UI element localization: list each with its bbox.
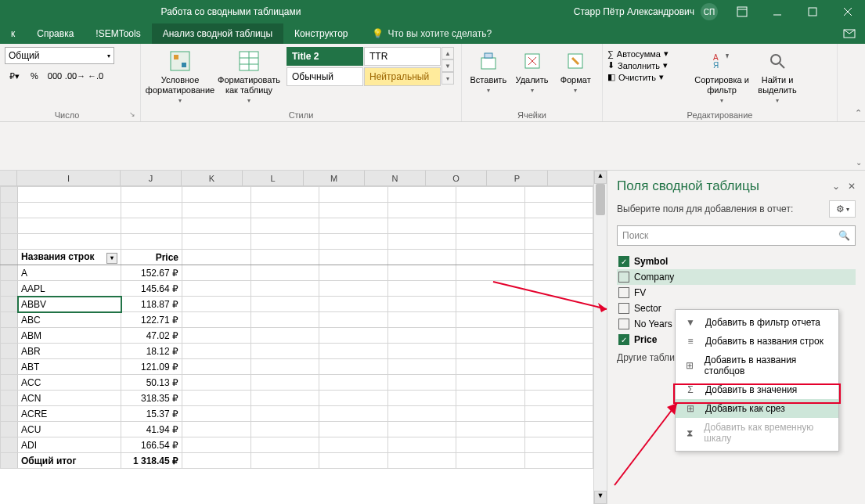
clear-button[interactable]: ◧Очистить ▾ (607, 72, 694, 82)
ctx-item[interactable]: ≡ Добавить в названия строк (676, 332, 838, 351)
scroll-up-button[interactable]: ▲ (594, 171, 607, 184)
pivot-row-label[interactable]: ABT (18, 359, 121, 375)
col-header-m[interactable]: M (304, 171, 365, 185)
delete-cells-button[interactable]: Удалить▾ (510, 47, 554, 95)
ctx-label: Добавить в названия столбцов (705, 355, 831, 376)
pivot-row-label[interactable]: ACU (18, 422, 121, 437)
scroll-thumb[interactable] (596, 184, 605, 215)
worksheet[interactable]: I J K L M N O P Названия строк▾ Price A … (0, 171, 593, 504)
percent-format-button[interactable]: % (25, 67, 44, 85)
style-title2[interactable]: Title 2 (287, 47, 363, 66)
accounting-format-button[interactable]: ₽▾ (5, 67, 23, 85)
col-header-p[interactable]: P (487, 171, 548, 185)
insert-icon (476, 49, 501, 74)
ctx-item[interactable]: ⊞ Добавить как срез (676, 399, 838, 418)
user-account[interactable]: Старр Пётр Александрович СП (574, 3, 724, 20)
pivot-row-label[interactable]: ABBV (18, 297, 121, 312)
col-header-n[interactable]: N (365, 171, 426, 185)
style-neutral[interactable]: Нейтральный (364, 67, 441, 86)
pivot-row-label[interactable]: ACN (18, 391, 121, 406)
eraser-icon: ◧ (607, 72, 615, 82)
conditional-formatting-button[interactable]: Условное форматирование▾ (146, 47, 214, 105)
ctx-item[interactable]: ▼ Добавить в фильтр отчета (676, 313, 838, 332)
field-search-input[interactable]: Поиск 🔍 (617, 225, 856, 246)
pivot-row-label[interactable]: ABC (18, 312, 121, 328)
number-format-combo[interactable]: Общий▾ (5, 47, 114, 64)
pane-layout-button[interactable]: ⚙▾ (829, 200, 856, 218)
checkbox-icon[interactable]: ✓ (618, 334, 629, 345)
checkbox-icon[interactable] (618, 287, 629, 298)
collapse-ribbon-icon[interactable]: ⌃ (855, 108, 862, 118)
checkbox-icon[interactable] (618, 303, 629, 314)
maximize-button[interactable] (795, 0, 830, 23)
autosum-button[interactable]: ∑Автосумма ▾ (607, 49, 694, 59)
ribbon: Общий▾ ₽▾ % 000 .00→ ←.0 Число↘ Условное… (0, 44, 865, 122)
ctx-item[interactable]: ⊞ Добавить в названия столбцов (676, 351, 838, 380)
field-item-symbol[interactable]: ✓ Symbol (617, 254, 856, 269)
pivot-row-label[interactable]: ACC (18, 375, 121, 391)
col-header-j[interactable]: J (121, 171, 182, 185)
decrease-decimal-button[interactable]: ←.0 (86, 67, 105, 85)
tab-semtools[interactable]: !SEMTools (85, 23, 151, 44)
ctx-item[interactable]: Σ Добавить в значения (676, 380, 838, 399)
pivot-row-label[interactable]: AAPL (18, 281, 121, 297)
checkbox-icon[interactable] (618, 319, 629, 329)
ctx-label: Добавить как временную шкалу (704, 422, 831, 444)
col-header-o[interactable]: O (426, 171, 487, 185)
close-button[interactable] (830, 0, 865, 23)
sort-filter-button[interactable]: АЯ Сортировка и фильтр▾ (694, 47, 750, 105)
scroll-down-button[interactable]: ▼ (594, 491, 607, 504)
col-header-i[interactable]: I (17, 171, 121, 185)
format-as-table-button[interactable]: Форматировать как таблицу▾ (214, 47, 283, 105)
style-ttr[interactable]: TTR (364, 47, 441, 66)
field-item-company[interactable]: Company (617, 269, 856, 285)
minimize-button[interactable] (759, 0, 795, 23)
formula-bar-area: ⌄ (0, 122, 865, 171)
pivot-row-labels-header[interactable]: Названия строк▾ (18, 250, 121, 265)
pivot-row-value: 166.54 ₽ (121, 437, 182, 453)
user-avatar: СП (701, 3, 718, 20)
tell-me-search[interactable]: 💡 Что вы хотите сделать? (359, 28, 492, 39)
style-normal[interactable]: Обычный (287, 67, 363, 86)
find-select-button[interactable]: Найти и выделить▾ (750, 47, 805, 105)
field-label: No Years (634, 319, 672, 329)
tab-help[interactable]: Справка (26, 23, 85, 44)
format-cells-button[interactable]: Формат▾ (553, 47, 597, 95)
filter-dropdown-icon[interactable]: ▾ (106, 253, 117, 264)
col-header-l[interactable]: L (243, 171, 304, 185)
tab-k[interactable]: к (0, 23, 26, 44)
tab-pivot-analyze[interactable]: Анализ сводной таблицы (152, 23, 283, 44)
pivot-row-label[interactable]: A (18, 265, 121, 281)
expand-formula-bar-icon[interactable]: ⌄ (856, 158, 862, 167)
insert-cells-button[interactable]: Вставить▾ (467, 47, 510, 95)
comma-format-button[interactable]: 000 (45, 67, 64, 85)
ctx-icon: ⊞ (683, 403, 697, 414)
number-launcher-icon[interactable]: ↘ (129, 110, 135, 118)
grid[interactable]: Названия строк▾ Price A 152.67 ₽ AAPL 14… (0, 186, 593, 504)
gallery-scroll[interactable]: ▲▼▾ (442, 47, 454, 85)
checkbox-icon[interactable]: ✓ (618, 256, 629, 267)
pivot-row-label[interactable]: ABR (18, 344, 121, 359)
pane-title: Поля сводной таблицы (617, 178, 759, 194)
group-cells: Вставить▾ Удалить▾ Формат▾ Ячейки (462, 44, 603, 121)
increase-decimal-button[interactable]: .00→ (66, 67, 85, 85)
pane-dropdown-icon[interactable]: ⌄ (832, 181, 840, 192)
field-label: Symbol (634, 256, 668, 267)
pane-close-icon[interactable]: ✕ (848, 181, 856, 192)
field-item-fv[interactable]: FV (617, 285, 856, 301)
pivot-row-label[interactable]: ADI (18, 437, 121, 453)
cell-styles-gallery[interactable]: Title 2 TTR Обычный Нейтральный (287, 47, 441, 86)
sort-filter-icon: АЯ (709, 49, 734, 74)
checkbox-icon[interactable] (618, 272, 629, 283)
vertical-scrollbar[interactable]: ▲ ▼ (593, 171, 607, 504)
fill-button[interactable]: ⬇Заполнить ▾ (607, 60, 694, 70)
field-label: Sector (634, 303, 661, 314)
pivot-row-label[interactable]: ACRE (18, 406, 121, 422)
share-button[interactable] (834, 27, 865, 41)
svg-rect-8 (174, 55, 178, 59)
col-header-k[interactable]: K (182, 171, 243, 185)
pivot-row-label[interactable]: ABM (18, 328, 121, 344)
svg-rect-3 (809, 8, 816, 16)
tab-design[interactable]: Конструктор (283, 23, 359, 44)
ribbon-display-options-button[interactable] (724, 0, 759, 23)
